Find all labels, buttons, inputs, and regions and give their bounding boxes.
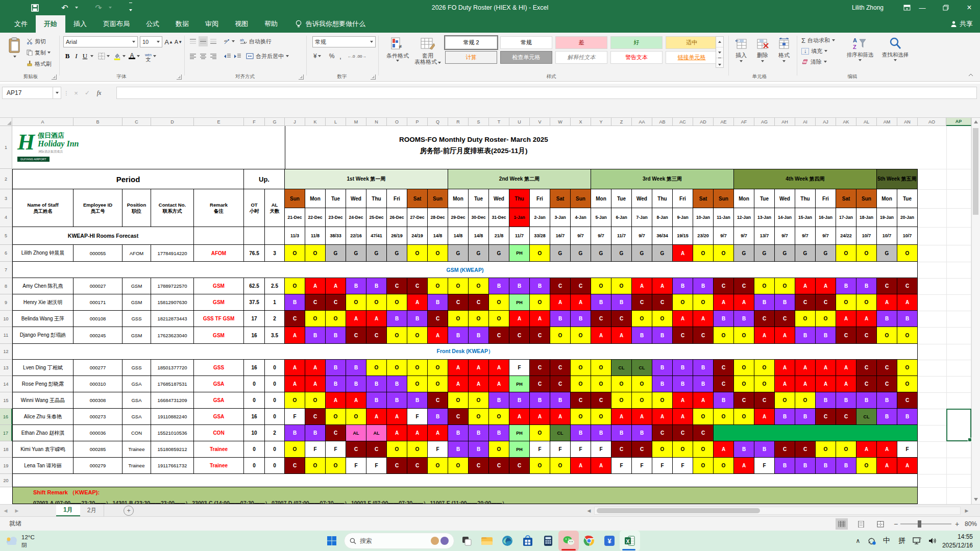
shift-cell[interactable]: A (489, 360, 509, 376)
shift-cell[interactable]: B (326, 327, 346, 344)
staff-id-cell[interactable]: 000108 (74, 311, 122, 327)
shift-cell[interactable]: B (754, 441, 775, 458)
shift-cell[interactable]: B (407, 311, 428, 327)
hscroll-thumb[interactable] (597, 508, 760, 513)
column-header-AJ[interactable]: AJ (816, 118, 836, 126)
increase-indent-icon[interactable] (233, 51, 242, 61)
shift-cell[interactable]: A (673, 392, 693, 409)
shift-cell[interactable]: A (775, 360, 795, 376)
shift-cell[interactable]: C (877, 360, 897, 376)
day-name-cell[interactable]: Tue (754, 189, 775, 208)
microsoft-store-icon[interactable] (518, 531, 538, 551)
shift-cell[interactable]: C (550, 360, 571, 376)
staff-position-cell[interactable]: GSA (122, 392, 151, 409)
forecast-cell[interactable]: 11/3 (285, 227, 305, 245)
shift-cell[interactable]: O (326, 458, 346, 474)
shift-cell[interactable]: O (571, 327, 591, 344)
cell-style-10[interactable]: 链接单元格 (666, 51, 718, 64)
shift-cell[interactable]: F (652, 458, 673, 474)
column-header-Y[interactable]: Y (591, 118, 611, 126)
sort-filter-button[interactable]: AZ 排序和筛选 (844, 35, 876, 72)
staff-name-cell[interactable]: Lven Ding 丁相斌 (12, 360, 74, 376)
empty-cell[interactable] (265, 227, 285, 245)
borders-button[interactable] (98, 51, 110, 61)
day-name-cell[interactable]: Sun (571, 189, 591, 208)
shift-cell[interactable]: C (714, 376, 734, 392)
shift-cell[interactable]: A (795, 376, 816, 392)
shift-cell[interactable]: O (652, 311, 673, 327)
name-box[interactable]: AP17 (2, 87, 53, 99)
zoom-slider-track[interactable] (900, 523, 951, 524)
staff-contact-cell[interactable]: 17889722570 (151, 278, 194, 294)
shift-cell[interactable]: B (428, 294, 448, 311)
formula-input[interactable] (116, 87, 977, 99)
align-right-icon[interactable] (209, 51, 218, 61)
shift-cell[interactable]: A (550, 294, 571, 311)
shift-cell[interactable]: O (550, 458, 571, 474)
empty-cell[interactable] (194, 227, 244, 245)
staff-remark-cell[interactable]: Trainee (194, 441, 244, 458)
day-date-cell[interactable]: 15-Jan (795, 208, 816, 227)
day-date-cell[interactable]: 3-Jan (550, 208, 571, 227)
staff-remark-cell[interactable]: GSS (194, 360, 244, 376)
shift-cell[interactable]: A (734, 294, 754, 311)
column-header-AB[interactable]: AB (652, 118, 673, 126)
shift-cell[interactable]: O (816, 441, 836, 458)
staff-remark-cell[interactable]: GSA (194, 409, 244, 425)
forecast-cell[interactable]: 9/7 (816, 227, 836, 245)
staff-name-cell[interactable]: Rose Peng 彭晓露 (12, 376, 74, 392)
shift-cell[interactable]: F (509, 360, 530, 376)
view-page-layout-icon[interactable] (855, 518, 867, 530)
shift-cell[interactable]: O (754, 278, 775, 294)
cell-style-4[interactable]: 好 (610, 36, 663, 49)
undo-icon[interactable]: ↶ (57, 0, 72, 15)
forecast-cell[interactable]: 9/7 (775, 227, 795, 245)
zoom-slider-thumb[interactable] (918, 520, 921, 528)
wrap-text-button[interactable]: ab 自动换行 (240, 36, 272, 46)
shift-cell[interactable]: C (877, 376, 897, 392)
forecast-cell[interactable]: 9/7 (632, 227, 652, 245)
shift-cell[interactable]: G (591, 245, 611, 262)
tray-ime-language[interactable]: 中 (879, 531, 894, 551)
cell-style-6[interactable]: 计算 (445, 51, 497, 64)
staff-contact-cell[interactable]: 19110882240 (151, 409, 194, 425)
shift-cell[interactable]: G (632, 245, 652, 262)
shift-cell[interactable]: A (591, 458, 611, 474)
vscroll-up-icon[interactable] (974, 120, 978, 123)
shift-cell[interactable]: A (856, 441, 877, 458)
shift-cell[interactable]: F (346, 458, 366, 474)
shift-cell[interactable]: C (673, 327, 693, 344)
staff-ot-cell[interactable]: 76.5 (244, 245, 265, 262)
font-family-select[interactable]: Arial (63, 36, 138, 47)
day-name-cell[interactable]: Mon (448, 189, 469, 208)
shift-cell[interactable]: O (897, 327, 918, 344)
week-band-4[interactable]: 4th Week 第四周 (734, 169, 877, 189)
shift-cell[interactable]: C (897, 278, 918, 294)
tray-clock[interactable]: 14:55 2025/12/16 (942, 532, 973, 549)
shift-cell[interactable]: B (530, 392, 550, 409)
shift-cell[interactable]: O (775, 278, 795, 294)
shift-cell[interactable]: B (448, 327, 469, 344)
font-size-select[interactable]: 10 (140, 36, 162, 47)
shift-cell[interactable]: A (305, 376, 326, 392)
shift-cell[interactable]: A (632, 278, 652, 294)
underline-button[interactable]: U (81, 51, 89, 61)
staff-id-cell[interactable]: 000036 (74, 425, 122, 441)
day-name-cell[interactable]: Fri (530, 189, 550, 208)
comma-style-button[interactable]: , (337, 51, 344, 61)
tray-sync-icon[interactable] (865, 531, 879, 551)
shift-cell[interactable]: A (305, 278, 326, 294)
tab-view[interactable]: 视图 (227, 15, 256, 33)
staff-contact-cell[interactable]: 18501377720 (151, 360, 194, 376)
day-name-cell[interactable]: Tue (897, 189, 918, 208)
shift-cell[interactable]: A (448, 376, 469, 392)
shift-cell[interactable]: A (673, 409, 693, 425)
column-header-AH[interactable]: AH (775, 118, 795, 126)
shift-cell[interactable]: O (407, 376, 428, 392)
staff-remark-cell[interactable]: GSM (194, 278, 244, 294)
shift-cell[interactable]: C (387, 458, 407, 474)
shift-cell[interactable]: C (509, 327, 530, 344)
shift-cell[interactable]: O (550, 327, 571, 344)
cell-style-9[interactable]: 警告文本 (610, 51, 663, 64)
staff-id-cell[interactable]: 000171 (74, 294, 122, 311)
